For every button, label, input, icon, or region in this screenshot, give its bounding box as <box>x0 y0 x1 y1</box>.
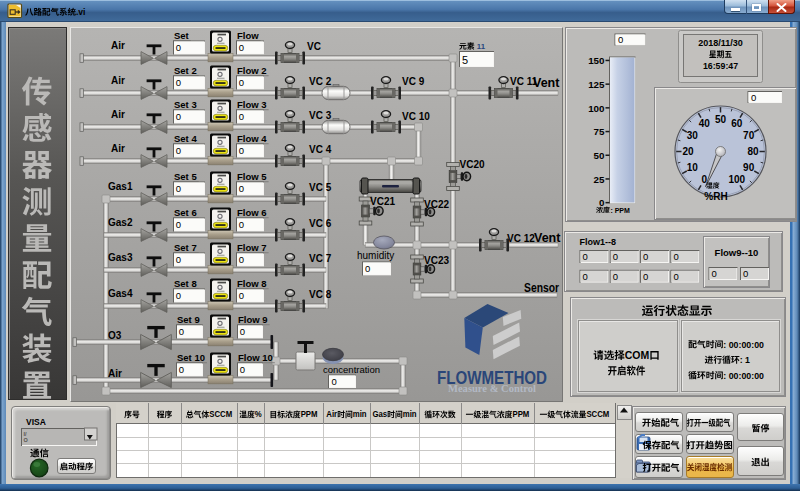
svg-text:%RH: %RH <box>704 191 727 202</box>
svg-text:: 1: : 1 <box>740 355 750 365</box>
svg-text:0: 0 <box>613 271 618 282</box>
svg-text:.vi: .vi <box>76 7 85 17</box>
svg-text:COM: COM <box>625 349 650 361</box>
svg-text:125: 125 <box>588 79 605 90</box>
svg-text:40: 40 <box>699 118 711 129</box>
svg-text:70: 70 <box>743 130 755 141</box>
svg-text:: 00:00:00: : 00:00:00 <box>723 340 764 350</box>
svg-text:PPM: PPM <box>301 410 318 419</box>
svg-text:100: 100 <box>728 174 745 185</box>
svg-text:min: min <box>353 410 367 419</box>
svg-text:80: 80 <box>747 146 759 157</box>
svg-text:0: 0 <box>643 251 648 262</box>
svg-text:100: 100 <box>588 103 605 114</box>
svg-text:16:59:47: 16:59:47 <box>703 61 738 71</box>
svg-text:0: 0 <box>712 268 717 279</box>
svg-text:2018/11/30: 2018/11/30 <box>698 38 743 48</box>
svg-text:PPM: PPM <box>512 410 529 419</box>
svg-text:150: 150 <box>588 55 605 66</box>
svg-text:SCCM: SCCM <box>586 410 609 419</box>
svg-text:50: 50 <box>715 114 727 125</box>
svg-text:Gas: Gas <box>372 410 387 419</box>
svg-text:Flow1--8: Flow1--8 <box>580 237 617 247</box>
svg-text:0: 0 <box>673 251 678 262</box>
svg-text:50: 50 <box>594 150 605 161</box>
svg-text:75: 75 <box>594 126 605 137</box>
svg-text:O: O <box>24 437 29 443</box>
svg-text:0: 0 <box>583 251 588 262</box>
svg-text:min: min <box>403 410 417 419</box>
svg-text:0: 0 <box>743 268 748 279</box>
svg-text:0: 0 <box>643 271 648 282</box>
svg-text:0: 0 <box>673 271 678 282</box>
svg-text:20: 20 <box>682 146 694 157</box>
svg-text:0: 0 <box>751 92 756 103</box>
svg-text:0: 0 <box>583 271 588 282</box>
svg-text:0: 0 <box>613 251 618 262</box>
svg-text:: 00:00:00: : 00:00:00 <box>723 371 764 381</box>
svg-text:60: 60 <box>731 118 743 129</box>
svg-text:90: 90 <box>743 162 755 173</box>
svg-text:VISA: VISA <box>26 417 46 427</box>
svg-text:Air: Air <box>326 410 338 419</box>
svg-text:25: 25 <box>594 174 605 185</box>
svg-text:SCCM: SCCM <box>209 410 232 419</box>
svg-text:Flow9--10: Flow9--10 <box>715 247 759 258</box>
svg-text:: PPM: : PPM <box>610 207 630 214</box>
svg-text:0: 0 <box>599 197 605 208</box>
svg-text:0: 0 <box>618 34 623 45</box>
svg-text:10: 10 <box>687 162 699 173</box>
svg-text:%: % <box>255 410 262 419</box>
svg-text:30: 30 <box>687 130 699 141</box>
